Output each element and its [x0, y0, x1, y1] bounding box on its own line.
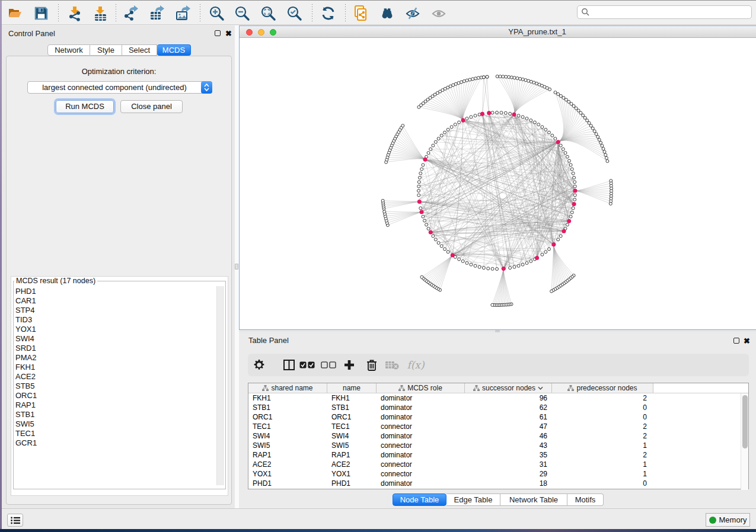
table-row[interactable]: SWI4SWI4dominator462 — [248, 431, 739, 441]
network-node[interactable] — [554, 91, 557, 94]
network-node[interactable] — [589, 124, 592, 127]
network-node[interactable] — [564, 98, 567, 101]
network-node[interactable] — [486, 75, 489, 78]
network-node[interactable] — [434, 140, 437, 143]
refresh-button[interactable] — [320, 5, 336, 21]
mcds-result-item[interactable]: ORC1 — [14, 391, 218, 400]
deselect-all-rows-button[interactable] — [319, 357, 338, 373]
hide-eye-button[interactable] — [404, 5, 421, 21]
network-node[interactable] — [572, 172, 575, 175]
network-node[interactable] — [470, 116, 473, 118]
network-node[interactable] — [573, 176, 576, 179]
network-node[interactable] — [417, 194, 420, 197]
show-eye-button[interactable] — [430, 5, 447, 21]
network-node[interactable] — [477, 76, 480, 79]
network-node[interactable] — [548, 131, 551, 134]
network-node[interactable] — [516, 77, 519, 80]
export-table-button[interactable] — [149, 5, 165, 21]
network-node[interactable] — [465, 117, 468, 120]
network-node[interactable] — [529, 119, 532, 122]
network-node[interactable] — [517, 264, 520, 267]
network-node[interactable] — [429, 148, 432, 150]
network-node[interactable] — [417, 190, 420, 193]
network-node[interactable] — [544, 128, 547, 131]
network-canvas[interactable] — [240, 38, 755, 329]
zoom-selected-button[interactable] — [286, 5, 302, 21]
mcds-hub-node[interactable] — [461, 118, 465, 122]
network-node[interactable] — [427, 227, 430, 230]
delete-column-button[interactable] — [364, 357, 379, 373]
network-node[interactable] — [570, 168, 573, 171]
window-zoom-light[interactable] — [270, 29, 276, 36]
network-node[interactable] — [559, 235, 562, 238]
network-node[interactable] — [605, 156, 608, 159]
network-node[interactable] — [606, 160, 609, 163]
zoom-fit-button[interactable] — [260, 5, 276, 21]
network-node[interactable] — [519, 78, 522, 81]
mcds-result-item[interactable]: RAP1 — [14, 400, 218, 410]
network-node[interactable] — [569, 215, 572, 218]
mcds-result-item[interactable]: YOX1 — [14, 325, 218, 334]
tab-style[interactable]: Style — [90, 44, 122, 56]
control-panel-close-button[interactable]: ✖ — [225, 30, 232, 37]
network-node[interactable] — [454, 123, 457, 126]
mcds-hub-node[interactable] — [502, 267, 505, 270]
mcds-hub-node[interactable] — [451, 254, 454, 257]
mcds-result-item[interactable]: PHD1 — [14, 287, 218, 296]
table-row[interactable]: FKH1FKH1dominator962 — [248, 393, 739, 403]
table-scrollbar-thumb[interactable] — [742, 395, 748, 448]
network-node[interactable] — [570, 211, 573, 214]
network-node[interactable] — [596, 136, 599, 139]
network-node[interactable] — [548, 248, 551, 251]
network-node[interactable] — [564, 152, 567, 155]
network-node[interactable] — [381, 199, 384, 202]
network-node[interactable] — [383, 210, 386, 213]
network-node[interactable] — [465, 262, 468, 265]
network-node[interactable] — [478, 265, 481, 268]
mcds-hub-node[interactable] — [562, 229, 566, 233]
network-node[interactable] — [500, 111, 503, 114]
table-row[interactable]: ORC1ORC1dominator610 — [248, 412, 739, 422]
table-scrollbar[interactable] — [741, 393, 748, 490]
network-node[interactable] — [573, 181, 576, 184]
network-node[interactable] — [482, 76, 485, 79]
tab-node-table[interactable]: Node Table — [393, 493, 446, 506]
network-node[interactable] — [603, 150, 606, 153]
network-node[interactable] — [417, 181, 420, 184]
network-node[interactable] — [570, 102, 573, 105]
network-node[interactable] — [474, 114, 477, 117]
network-node[interactable] — [432, 235, 435, 238]
network-node[interactable] — [582, 114, 585, 117]
import-table-button[interactable] — [92, 5, 109, 21]
network-node[interactable] — [432, 144, 435, 147]
network-node[interactable] — [517, 114, 520, 117]
network-node[interactable] — [569, 164, 572, 166]
network-node[interactable] — [573, 198, 576, 201]
network-node[interactable] — [465, 79, 468, 82]
mcds-hub-node[interactable] — [535, 256, 538, 259]
network-node[interactable] — [509, 267, 512, 270]
network-node[interactable] — [521, 116, 524, 118]
network-node[interactable] — [509, 112, 512, 115]
network-node[interactable] — [508, 76, 511, 79]
network-node[interactable] — [577, 109, 580, 112]
network-node[interactable] — [418, 176, 421, 179]
search-input[interactable] — [590, 6, 751, 18]
table-row[interactable]: RAP1RAP1dominator352 — [248, 450, 739, 460]
network-node[interactable] — [573, 194, 576, 197]
network-node[interactable] — [496, 268, 499, 271]
table-row[interactable]: YOX1YOX1connector291 — [248, 469, 739, 479]
network-node[interactable] — [525, 117, 528, 120]
network-node[interactable] — [513, 265, 516, 268]
network-node[interactable] — [440, 134, 443, 137]
network-node[interactable] — [602, 148, 605, 150]
mcds-list-scrollbar[interactable] — [216, 286, 224, 485]
mcds-hub-node[interactable] — [552, 243, 556, 246]
network-node[interactable] — [521, 263, 524, 266]
network-node[interactable] — [474, 77, 477, 80]
tab-network[interactable]: Network — [47, 44, 90, 56]
network-node[interactable] — [423, 219, 426, 222]
network-node[interactable] — [586, 119, 589, 122]
table-row[interactable]: TEC1TEC1connector472 — [248, 422, 739, 431]
network-node[interactable] — [541, 126, 544, 129]
